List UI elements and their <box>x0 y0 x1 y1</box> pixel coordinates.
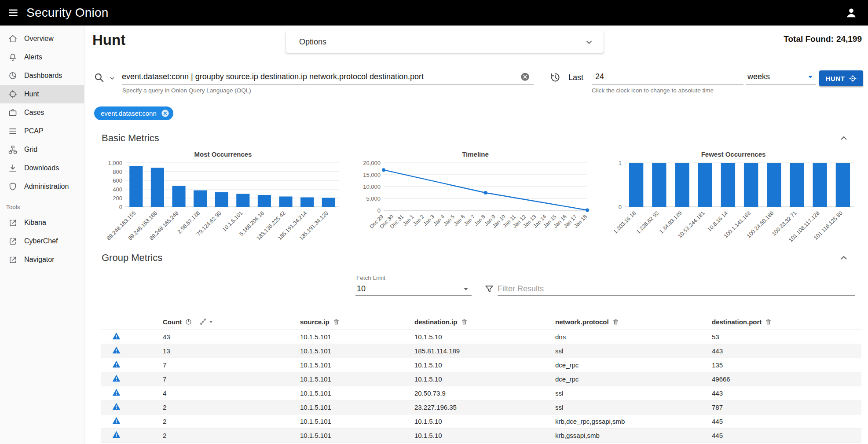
row-action-cell <box>101 372 145 386</box>
svg-text:Jan 1: Jan 1 <box>402 213 415 227</box>
bar[interactable] <box>675 163 689 207</box>
user-account-icon[interactable] <box>843 5 859 21</box>
bar[interactable] <box>258 195 271 207</box>
bar[interactable] <box>215 192 228 207</box>
cell-source-ip: 10.1.5.101 <box>282 400 397 414</box>
bar[interactable] <box>322 198 335 207</box>
column-header-count[interactable]: Count <box>163 318 182 326</box>
trash-icon[interactable] <box>765 318 772 326</box>
bar[interactable] <box>236 194 249 207</box>
filter-results-input[interactable] <box>498 283 855 295</box>
trash-icon[interactable] <box>612 318 619 326</box>
sidebar-item-cases[interactable]: Cases <box>0 103 84 122</box>
bar[interactable] <box>129 166 143 207</box>
cell-count: 4 <box>145 386 282 400</box>
sidebar-item-pcap[interactable]: PCAP <box>0 122 84 140</box>
bar[interactable] <box>767 163 781 207</box>
cell-source-ip: 10.1.5.101 <box>282 344 397 358</box>
warning-triangle-icon[interactable] <box>112 360 121 369</box>
data-point[interactable] <box>586 208 589 212</box>
warning-triangle-icon[interactable] <box>112 402 121 411</box>
table-row[interactable]: 210.1.5.10110.1.5.10krb,gssapi,smb445 <box>101 428 861 442</box>
table-row[interactable]: 210.1.5.10110.1.5.10krb,dce_rpc,gssapi,s… <box>101 414 861 428</box>
bar[interactable] <box>172 186 185 207</box>
collapse-basic-metrics-icon[interactable] <box>839 133 849 143</box>
query-dropdown-caret-icon[interactable] <box>109 75 116 82</box>
sidebar-item-label: Grid <box>24 146 37 154</box>
column-header-destination-port[interactable]: destination.port <box>712 318 762 326</box>
bar[interactable] <box>698 163 712 207</box>
data-point[interactable] <box>484 191 487 194</box>
sidebar-item-downloads[interactable]: Downloads <box>0 159 84 177</box>
filter-chip[interactable]: event.dataset:conn <box>94 106 173 120</box>
warning-triangle-icon[interactable] <box>112 331 121 341</box>
group-by-icon[interactable] <box>199 318 207 326</box>
fetch-limit-select[interactable]: 10 <box>355 283 472 296</box>
bar[interactable] <box>194 191 207 207</box>
clear-query-icon[interactable] <box>520 72 530 82</box>
sidebar-item-hunt[interactable]: Hunt <box>0 85 84 103</box>
bar[interactable] <box>629 163 643 207</box>
remove-filter-icon[interactable] <box>161 109 170 118</box>
duration-input[interactable] <box>592 70 743 84</box>
sidebar-item-cyberchef[interactable]: CyberChef <box>0 232 84 250</box>
cell-network-protocol: ssl <box>538 344 694 358</box>
sidebar-item-alerts[interactable]: Alerts <box>0 48 84 66</box>
column-header-network-protocol[interactable]: network.protocol <box>555 318 609 326</box>
warning-triangle-icon[interactable] <box>112 374 121 383</box>
bar[interactable] <box>744 163 758 207</box>
external-link-icon <box>8 218 18 228</box>
bar[interactable] <box>300 198 314 207</box>
cell-count: 7 <box>145 358 282 372</box>
sidebar-item-navigator[interactable]: Navigator <box>0 250 84 269</box>
timeline-line[interactable] <box>384 170 587 210</box>
trash-icon[interactable] <box>461 318 468 326</box>
query-input[interactable] <box>122 70 534 84</box>
table-row[interactable]: 710.1.5.10110.1.5.10dce_rpc135 <box>101 358 861 372</box>
hunt-button[interactable]: HUNT <box>819 70 863 86</box>
table-row[interactable]: 210.1.5.10123.227.196.35ssl787 <box>101 400 861 414</box>
trash-icon[interactable] <box>333 318 340 326</box>
cell-destination-port: 445 <box>694 414 861 428</box>
warning-triangle-icon[interactable] <box>112 388 121 397</box>
shield-icon <box>8 182 18 191</box>
search-icon[interactable] <box>93 72 105 83</box>
chart-title: Fewest Occurrences <box>701 150 766 158</box>
sidebar-item-overview[interactable]: Overview <box>0 29 84 48</box>
bar[interactable] <box>652 163 666 207</box>
table-row[interactable]: 410.1.5.10120.50.73.9ssl443 <box>101 386 861 400</box>
column-header-destination-ip[interactable]: destination.ip <box>414 318 458 326</box>
table-header-row: Count source.ip destination.ip network.p… <box>101 315 861 330</box>
bar[interactable] <box>813 163 827 207</box>
data-point[interactable] <box>382 168 385 172</box>
bar[interactable] <box>836 163 850 207</box>
history-clock-icon[interactable] <box>549 72 560 83</box>
sidebar-item-grid[interactable]: Grid <box>0 140 84 159</box>
chart-canvas: Fewest Occurrences011.203.16.181.226.62.… <box>606 149 861 253</box>
warning-triangle-icon[interactable] <box>112 416 121 425</box>
duration-unit-select[interactable]: weeks <box>746 70 816 84</box>
options-dropdown[interactable]: Options <box>286 31 604 53</box>
bar[interactable] <box>721 163 735 207</box>
collapse-group-metrics-icon[interactable] <box>839 253 849 263</box>
caret-down-icon[interactable] <box>208 319 214 325</box>
menu-icon[interactable] <box>4 4 22 22</box>
table-row[interactable]: 710.1.5.10110.1.5.10dce_rpc49666 <box>101 372 861 386</box>
sidebar-item-dashboards[interactable]: Dashboards <box>0 66 84 85</box>
warning-triangle-icon[interactable] <box>112 345 121 355</box>
svg-text:1,000: 1,000 <box>108 160 122 166</box>
sidebar-item-kibana[interactable]: Kibana <box>0 213 84 232</box>
bar[interactable] <box>279 197 292 207</box>
column-header-source-ip[interactable]: source.ip <box>300 318 330 326</box>
cell-count: 2 <box>145 428 282 442</box>
bar[interactable] <box>790 163 804 207</box>
bar[interactable] <box>151 168 164 207</box>
table-row[interactable]: 4310.1.5.10110.1.5.10dns53 <box>101 330 861 344</box>
tools-heading: Tools <box>0 202 84 213</box>
cell-count: 2 <box>145 414 282 428</box>
group-metrics-title: Group Metrics <box>102 252 162 264</box>
pie-chart-icon[interactable] <box>185 318 192 326</box>
sidebar-item-administration[interactable]: Administration <box>0 177 84 196</box>
table-row[interactable]: 1310.1.5.101185.81.114.189ssl443 <box>101 344 861 358</box>
warning-triangle-icon[interactable] <box>112 430 121 439</box>
